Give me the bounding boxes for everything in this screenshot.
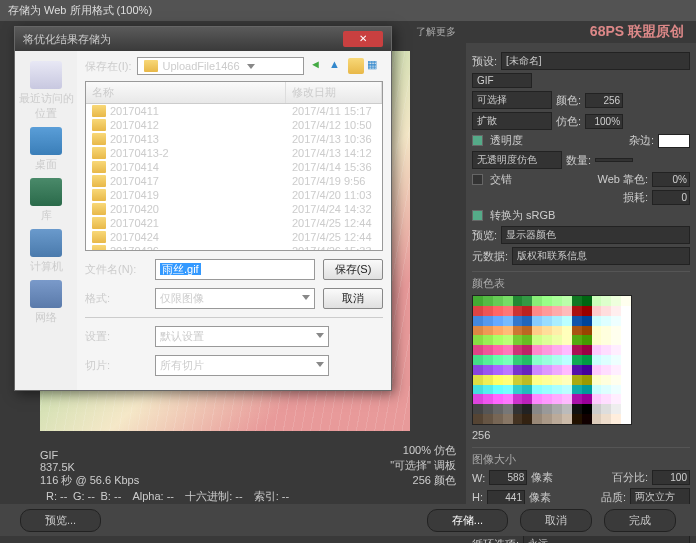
settings-combo[interactable]: 默认设置 — [155, 326, 329, 347]
bottom-cancel-button[interactable]: 取消 — [520, 509, 592, 532]
color-table-header: 颜色表 — [472, 271, 690, 291]
folder-icon — [92, 245, 106, 251]
folder-icon — [92, 189, 106, 201]
folder-icon — [92, 105, 106, 117]
watermark-logo: 68PS 联盟原创 — [590, 23, 684, 41]
save-dialog: 将优化结果存储为 ✕ 最近访问的位置 桌面 库 计算机 网络 保存在(I): U… — [14, 26, 392, 391]
folder-icon — [92, 175, 106, 187]
selective-combo[interactable]: 可选择 — [472, 91, 552, 109]
file-row[interactable]: 20170413-22017/4/13 14:12 — [86, 146, 382, 160]
file-row[interactable]: 201704132017/4/13 10:36 — [86, 132, 382, 146]
status-bar: GIF 837.5K 116 秒 @ 56.6 Kbps — [40, 449, 139, 488]
transparency-checkbox[interactable] — [472, 135, 483, 146]
image-size-header: 图像大小 — [472, 447, 690, 467]
format-label: 格式: — [85, 291, 147, 306]
settings-label: 设置: — [85, 329, 147, 344]
dialog-titlebar: 将优化结果存储为 ✕ — [15, 27, 391, 51]
width-field[interactable]: 588 — [489, 470, 527, 485]
file-row[interactable]: 201704142017/4/14 15:36 — [86, 160, 382, 174]
loop-combo[interactable]: 永远 — [523, 535, 690, 543]
up-icon[interactable]: ▲ — [329, 58, 345, 74]
percent-field[interactable]: 100 — [652, 470, 690, 485]
preview-combo[interactable]: 显示器颜色 — [501, 226, 690, 244]
right-panel: 预设:[未命名] GIF 可选择颜色:256 扩散仿色:100% 透明度杂边: … — [466, 43, 696, 533]
place-computer[interactable]: 计算机 — [17, 229, 75, 274]
file-row[interactable]: 201704112017/4/11 15:17 — [86, 104, 382, 118]
desktop-icon — [30, 127, 62, 155]
place-desktop[interactable]: 桌面 — [17, 127, 75, 172]
library-icon — [30, 178, 62, 206]
amount-field[interactable] — [595, 158, 633, 162]
folder-icon — [92, 119, 106, 131]
slice-combo[interactable]: 所有切片 — [155, 355, 329, 376]
format-combo[interactable]: 仅限图像 — [155, 288, 315, 309]
recent-icon — [30, 61, 62, 89]
interlaced-checkbox[interactable] — [472, 174, 483, 185]
file-list[interactable]: 名称修改日期 201704112017/4/11 15:172017041220… — [85, 81, 383, 251]
preset-combo[interactable]: [未命名] — [501, 52, 690, 70]
filename-label: 文件名(N): — [85, 262, 147, 277]
color-table[interactable] — [472, 295, 632, 425]
place-recent[interactable]: 最近访问的位置 — [17, 61, 75, 121]
file-row[interactable]: 201704192017/4/20 11:03 — [86, 188, 382, 202]
colors-field[interactable]: 256 — [585, 93, 623, 108]
status-right: 100% 仿色 "可选择" 调板 256 颜色 — [390, 443, 456, 488]
computer-icon — [30, 229, 62, 257]
matte-swatch[interactable] — [658, 134, 690, 148]
back-icon[interactable]: ◄ — [310, 58, 326, 74]
trans-dither-combo[interactable]: 无透明度仿色 — [472, 151, 562, 169]
view-icon[interactable]: ▦ — [367, 58, 383, 74]
preset-label: 预设: — [472, 54, 497, 69]
folder-icon — [92, 133, 106, 145]
web-snap-field[interactable]: 0% — [652, 172, 690, 187]
preview-button[interactable]: 预览... — [20, 509, 101, 532]
file-row[interactable]: 201704202017/4/24 14:32 — [86, 202, 382, 216]
file-row[interactable]: 201704242017/4/25 12:44 — [86, 230, 382, 244]
file-row[interactable]: 201704212017/4/25 12:44 — [86, 216, 382, 230]
folder-icon — [92, 217, 106, 229]
save-button[interactable]: 保存(S) — [323, 259, 383, 280]
network-icon — [30, 280, 62, 308]
folder-icon — [92, 147, 106, 159]
lossy-field[interactable]: 0 — [652, 190, 690, 205]
format-combo-right[interactable]: GIF — [472, 73, 532, 88]
filename-input[interactable]: 雨丝.gif — [155, 259, 315, 280]
dither-field[interactable]: 100% — [585, 114, 623, 129]
save-in-label: 保存在(I): — [85, 59, 131, 74]
location-combo[interactable]: UploadFile1466 — [137, 57, 304, 75]
file-row[interactable]: 201704262017/4/26 15:33 — [86, 244, 382, 251]
folder-icon — [92, 231, 106, 243]
new-folder-icon[interactable] — [348, 58, 364, 74]
diffusion-combo[interactable]: 扩散 — [472, 112, 552, 130]
close-icon[interactable]: ✕ — [343, 31, 383, 47]
place-library[interactable]: 库 — [17, 178, 75, 223]
file-row[interactable]: 201704172017/4/19 9:56 — [86, 174, 382, 188]
done-button[interactable]: 完成 — [604, 509, 676, 532]
file-row[interactable]: 201704122017/4/12 10:50 — [86, 118, 382, 132]
folder-icon — [92, 203, 106, 215]
app-title: 存储为 Web 所用格式 (100%) — [0, 0, 696, 21]
slice-label: 切片: — [85, 358, 147, 373]
place-network[interactable]: 网络 — [17, 280, 75, 325]
height-field[interactable]: 441 — [487, 490, 525, 505]
metadata-combo[interactable]: 版权和联系信息 — [512, 247, 690, 265]
srgb-checkbox[interactable] — [472, 210, 483, 221]
folder-icon — [92, 161, 106, 173]
bottom-button-bar: 预览... 存储... 取消 完成 — [0, 504, 696, 536]
places-sidebar: 最近访问的位置 桌面 库 计算机 网络 — [15, 51, 77, 390]
cancel-button[interactable]: 取消 — [323, 288, 383, 309]
folder-icon — [144, 60, 158, 72]
store-button[interactable]: 存储... — [427, 509, 508, 532]
